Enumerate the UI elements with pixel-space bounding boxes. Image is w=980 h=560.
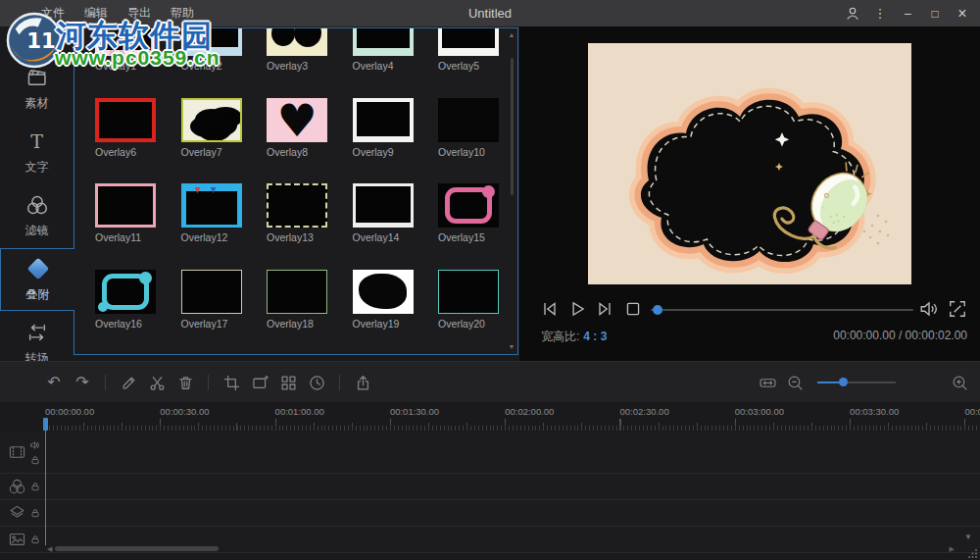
fit-timeline-icon[interactable] bbox=[759, 374, 776, 391]
filmstrip-icon bbox=[9, 444, 25, 461]
undo-button[interactable]: ↶ bbox=[45, 374, 63, 391]
overlay-item: Overlay13 bbox=[267, 183, 327, 270]
overlay-track[interactable] bbox=[0, 500, 980, 527]
overlay-label: Overlay7 bbox=[181, 146, 242, 158]
overlay-item: Overlay17 bbox=[181, 270, 242, 356]
overlay-thumbnail-13[interactable] bbox=[267, 183, 327, 228]
h-scroll-thumb[interactable] bbox=[55, 546, 219, 551]
timeline-zoom-slider[interactable] bbox=[817, 377, 896, 388]
overlay-label: Overlay1 bbox=[95, 60, 156, 72]
lock-icon[interactable] bbox=[30, 508, 40, 518]
overlay-thumbnail-4[interactable] bbox=[353, 27, 414, 56]
sidebar-item-1[interactable]: 素材 bbox=[0, 57, 74, 120]
play-button[interactable] bbox=[567, 299, 589, 321]
stop-button[interactable] bbox=[623, 299, 645, 321]
filter-track[interactable] bbox=[0, 474, 980, 500]
next-frame-button[interactable] bbox=[595, 299, 616, 321]
scroll-right-icon[interactable]: ▶ bbox=[950, 545, 955, 553]
seek-handle[interactable] bbox=[653, 305, 662, 315]
ruler-label: 00:02:00.00 bbox=[505, 406, 554, 417]
scroll-down-icon[interactable]: ▼ bbox=[508, 343, 515, 351]
seek-bar[interactable] bbox=[651, 309, 913, 311]
menu-item-4[interactable]: 帮助 bbox=[165, 3, 200, 24]
overlay-label: Overlay15 bbox=[438, 231, 499, 243]
overlay-thumbnail-3[interactable] bbox=[267, 27, 327, 56]
overlay-thumbnail-19[interactable] bbox=[353, 270, 414, 314]
overlay-thumbnail-5[interactable] bbox=[438, 27, 499, 56]
sidebar-item-label: 滤镜 bbox=[25, 223, 49, 239]
zoom-slider-handle[interactable] bbox=[839, 378, 848, 386]
overlay-thumbnail-9[interactable] bbox=[353, 98, 414, 142]
overlay-label: Overlay14 bbox=[353, 231, 414, 243]
redo-button[interactable]: ↷ bbox=[74, 374, 91, 391]
delete-button[interactable] bbox=[176, 374, 194, 391]
kebab-menu-icon[interactable]: ⋮ bbox=[868, 3, 892, 25]
prev-frame-button[interactable] bbox=[540, 299, 562, 321]
cloud-overlay-preview bbox=[588, 43, 911, 284]
toolbar-divider bbox=[105, 375, 106, 390]
fullscreen-icon[interactable] bbox=[948, 299, 969, 321]
volume-icon[interactable] bbox=[919, 299, 941, 321]
minimize-button[interactable]: − bbox=[896, 3, 919, 25]
maximize-button[interactable]: □ bbox=[923, 3, 947, 25]
overlay-thumbnail-8[interactable]: ♥ bbox=[267, 98, 327, 142]
speaker-icon[interactable] bbox=[30, 440, 40, 450]
user-icon[interactable] bbox=[841, 3, 864, 25]
overlay-label: Overlay13 bbox=[267, 231, 327, 243]
panel-scroll-thumb[interactable] bbox=[511, 58, 514, 195]
overlay-thumbnail-17[interactable] bbox=[181, 270, 242, 314]
collapse-tracks-icon[interactable]: ▼ bbox=[964, 533, 972, 541]
overlay-label: Overlay3 bbox=[267, 60, 327, 72]
crop-button[interactable] bbox=[222, 374, 240, 391]
overlay-thumbnail-15[interactable] bbox=[438, 183, 499, 228]
overlay-item: Overlay4 bbox=[353, 27, 414, 98]
menu-item-2[interactable]: 编辑 bbox=[78, 3, 114, 24]
ruler-label: 00:02:30.00 bbox=[620, 406, 669, 417]
menu-item-1[interactable]: 文件 bbox=[35, 3, 71, 24]
overlay-thumbnail-1[interactable] bbox=[95, 27, 156, 56]
overlay-grid: Overlay1Overlay2Overlay3Overlay4Overlay5… bbox=[74, 27, 518, 355]
duration-button[interactable] bbox=[308, 374, 325, 391]
zoom-crop-button[interactable] bbox=[251, 374, 269, 391]
overlay-thumbnail-11[interactable] bbox=[95, 183, 156, 228]
overlay-label: Overlay20 bbox=[438, 318, 499, 330]
zoom-out-icon[interactable] bbox=[786, 374, 804, 391]
overlay-thumbnail-6[interactable] bbox=[95, 98, 156, 142]
menu-item-3[interactable]: 导出 bbox=[122, 3, 157, 24]
sidebar-item-4[interactable]: 叠附 bbox=[0, 248, 74, 311]
overlay-item: Overlay10 bbox=[438, 98, 499, 184]
overlay-item: Overlay12 bbox=[181, 183, 242, 270]
video-track[interactable] bbox=[0, 432, 980, 474]
sidebar-item-3[interactable]: 滤镜 bbox=[0, 184, 74, 247]
panel-scrollbar[interactable]: ▲ ▼ bbox=[508, 28, 515, 354]
split-button[interactable] bbox=[148, 374, 166, 391]
overlay-item: Overlay3 bbox=[267, 27, 327, 98]
filter-icon bbox=[26, 193, 48, 217]
overlay-thumbnail-14[interactable] bbox=[353, 183, 414, 228]
media-icon bbox=[26, 66, 48, 89]
export-button[interactable] bbox=[354, 374, 371, 391]
timeline-h-scrollbar[interactable]: ◀ ▶ bbox=[0, 544, 980, 554]
scroll-left-icon[interactable]: ◀ bbox=[47, 545, 52, 553]
overlay-thumbnail-16[interactable] bbox=[95, 270, 156, 314]
lock-icon[interactable] bbox=[30, 482, 40, 491]
zoom-in-icon[interactable] bbox=[951, 374, 968, 391]
mosaic-button[interactable] bbox=[279, 374, 297, 391]
close-button[interactable]: × bbox=[951, 3, 974, 25]
overlay-thumbnail-10[interactable] bbox=[438, 98, 499, 142]
overlay-label: Overlay2 bbox=[181, 60, 242, 72]
playhead-handle[interactable] bbox=[43, 418, 48, 431]
timeline-ruler[interactable]: 00:00:00.0000:00:30.0000:01:00.0000:01:3… bbox=[0, 402, 980, 433]
scroll-up-icon[interactable]: ▲ bbox=[508, 31, 515, 39]
overlay-thumbnail-12[interactable] bbox=[181, 183, 242, 228]
overlay-thumbnail-18[interactable] bbox=[267, 270, 327, 314]
sidebar-item-2[interactable]: T 文字 bbox=[0, 121, 74, 183]
lock-icon[interactable] bbox=[30, 455, 40, 465]
lock-icon[interactable] bbox=[30, 535, 40, 544]
overlay-thumbnail-2[interactable] bbox=[181, 27, 242, 56]
overlay-thumbnail-7[interactable] bbox=[181, 98, 242, 142]
aspect-ratio[interactable]: 宽高比:4 : 3 bbox=[541, 329, 607, 345]
menu-bar: 文件编辑导出帮助 bbox=[35, 0, 200, 26]
edit-button[interactable] bbox=[120, 374, 137, 391]
overlay-thumbnail-20[interactable] bbox=[438, 270, 499, 314]
